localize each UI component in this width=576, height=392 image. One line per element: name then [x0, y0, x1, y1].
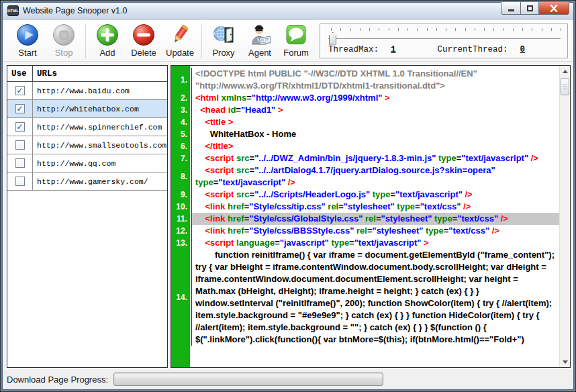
pencil-icon [169, 23, 191, 46]
url-row[interactable]: http://www.qq.com [7, 154, 167, 173]
plus-icon [96, 23, 119, 46]
agent-icon [248, 23, 272, 46]
use-cell [7, 154, 33, 172]
slider-tick [369, 28, 370, 31]
thumb-grip-icon [563, 89, 567, 89]
update-button[interactable]: Update [162, 23, 198, 58]
line-number: 14. [171, 249, 190, 346]
url-row[interactable]: http://www.smallseotools.com [7, 136, 167, 154]
checkbox-checked[interactable]: ✓ [15, 104, 25, 113]
code-lines: 1.<!DOCTYPE html PUBLIC "-//W3C//DTD XHT… [171, 66, 559, 367]
arrow-up-icon [563, 70, 568, 73]
url-text: http://www.spinnerchief.com [33, 118, 167, 136]
arrow-down-icon [563, 360, 568, 364]
url-row[interactable]: ✓http://www.spinnerchief.com [7, 118, 167, 136]
slider-thumb[interactable] [329, 32, 336, 45]
code-line[interactable]: 10. <link href="Style/css/tip.css" rel="… [171, 201, 559, 213]
code-line[interactable]: 9. <script src="../../Scripts/HeaderLogo… [171, 189, 559, 201]
toolbar: StartStopAddDeleteUpdateProxyAgentForum … [3, 20, 573, 62]
line-content: WhiteHatBox - Home [191, 128, 559, 140]
app-icon: HTML [7, 5, 19, 16]
slider-tick [551, 28, 552, 31]
url-table-body: ✓http://www.baidu.com✓http://whitehatbox… [7, 82, 167, 191]
url-text: http://www.smallseotools.com [33, 136, 167, 154]
slider-tick [427, 28, 428, 31]
checkbox-unchecked[interactable] [15, 140, 25, 150]
slider-tick [360, 28, 361, 31]
line-number: 4. [171, 116, 190, 128]
use-cell: ✓ [7, 100, 33, 117]
update-button-label: Update [166, 48, 194, 58]
scroll-down-button[interactable] [560, 356, 571, 367]
minimize-button[interactable] [501, 2, 520, 15]
slider-tick [503, 28, 504, 31]
code-line[interactable]: 12. <link href="Style/css/BBSStyle.css" … [171, 225, 559, 237]
checkbox-checked[interactable]: ✓ [15, 122, 25, 132]
start-button-label: Start [18, 48, 36, 58]
checkbox-checked[interactable]: ✓ [15, 86, 25, 95]
proxy-button[interactable]: Proxy [205, 23, 242, 58]
checkbox-unchecked[interactable] [15, 177, 25, 186]
toolbar-separator [201, 23, 202, 58]
checkbox-unchecked[interactable] [15, 158, 25, 168]
code-line[interactable]: 7. <script src="../../DWZ_Admin/bin_js/j… [171, 152, 559, 164]
line-content: <link href="Style/css/BBSStyle.css" rel=… [191, 225, 559, 237]
maximize-button[interactable] [520, 2, 539, 15]
code-scrollbar[interactable] [559, 66, 570, 367]
line-content: <head id="Head1" > [191, 104, 559, 116]
url-row[interactable]: ✓http://whitehatbox.com [7, 100, 167, 118]
column-header-urls: URLs [33, 66, 167, 81]
line-number: 1. [171, 68, 190, 92]
stop-button: Stop [46, 23, 82, 58]
thumb-grip-icon [563, 87, 567, 87]
slider-tick [465, 28, 466, 31]
url-row[interactable]: http://www.gamersky.com/ [7, 173, 167, 191]
url-text: http://www.baidu.com [33, 82, 167, 99]
close-button[interactable] [539, 2, 569, 15]
url-row[interactable]: ✓http://www.baidu.com [7, 82, 167, 100]
line-content: <script src="../../Scripts/HeaderLogo.js… [191, 189, 559, 201]
url-text: http://www.qq.com [33, 154, 167, 172]
code-line[interactable]: 4. <title > [171, 116, 559, 128]
progress-label: Download Page Progress: [7, 375, 108, 385]
stop-icon [52, 23, 75, 46]
code-line[interactable]: 6. </title> [171, 140, 559, 152]
code-line[interactable]: 5. WhiteHatBox - Home [171, 128, 559, 140]
line-number: 9. [171, 189, 190, 201]
slider-tick [389, 28, 389, 31]
line-number: 6. [171, 140, 190, 152]
delete-button[interactable]: Delete [126, 23, 162, 58]
line-number: 12. [171, 225, 190, 237]
threadmax-label: ThreadMax: [328, 45, 379, 54]
minimize-icon [508, 9, 514, 11]
code-line[interactable]: 1.<!DOCTYPE html PUBLIC "-//W3C//DTD XHT… [171, 68, 559, 92]
use-cell [7, 173, 33, 190]
start-button[interactable]: Start [9, 23, 46, 58]
slider-tick [455, 28, 456, 31]
slider-tick [340, 28, 341, 31]
line-content: <title > [191, 116, 559, 128]
use-cell: ✓ [7, 118, 33, 136]
main-area: Use URLs ✓http://www.baidu.com✓http://wh… [3, 62, 573, 369]
url-panel: Use URLs ✓http://www.baidu.com✓http://wh… [7, 65, 168, 368]
code-line-highlighted[interactable]: 11. <link href="Style/css/GlobalStyle.cs… [171, 213, 559, 225]
currentthread-label: CurrentThread: [438, 45, 508, 54]
window-title: Website Page Snooper v1.0 [23, 6, 127, 15]
code-line[interactable]: 3. <head id="Head1" > [171, 104, 559, 116]
forum-button[interactable]: Forum [278, 23, 314, 58]
play-icon [16, 23, 39, 46]
line-content: <script src="../../DWZ_Admin/bin_js/jque… [191, 152, 559, 164]
scroll-up-button[interactable] [560, 66, 571, 77]
threadmax-slider[interactable] [328, 38, 561, 40]
code-line[interactable]: 8. <script src="../../artDialog4.1.7/jqu… [171, 164, 559, 189]
line-content: <!DOCTYPE html PUBLIC "-//W3C//DTD XHTML… [191, 68, 559, 92]
code-line[interactable]: 14. function reinitIframe() { var iframe… [171, 249, 559, 346]
scrollbar-thumb[interactable] [561, 78, 569, 95]
slider-tick [331, 28, 332, 31]
code-line[interactable]: 2.<html xmlns="http://www.w3.org/1999/xh… [171, 92, 559, 104]
threadmax-value: 1 [391, 45, 396, 54]
agent-button[interactable]: Agent [242, 23, 278, 58]
app-window: HTML Website Page Snooper v1.0 StartStop… [0, 0, 576, 392]
add-button[interactable]: Add [89, 23, 126, 58]
code-line[interactable]: 13. <script language="javascript" type="… [171, 237, 559, 249]
